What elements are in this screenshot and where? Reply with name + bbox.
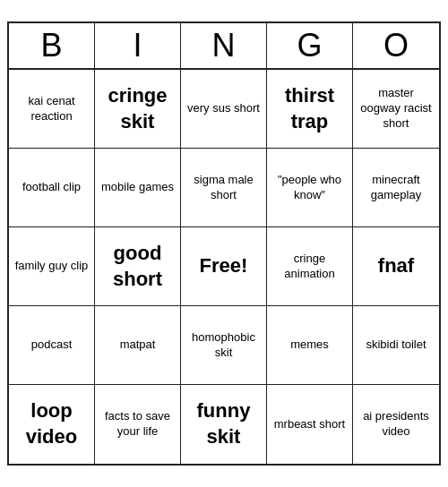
bingo-cell-9: minecraft gameplay (353, 149, 439, 227)
bingo-cell-10: family guy clip (9, 227, 95, 306)
bingo-letter-i: I (95, 23, 181, 68)
bingo-cell-3: thirst trap (267, 70, 353, 149)
bingo-cell-7: sigma male short (181, 149, 267, 227)
bingo-cell-14: fnaf (353, 227, 439, 306)
bingo-cell-15: podcast (9, 306, 95, 385)
bingo-cell-12: Free! (181, 227, 267, 306)
bingo-cell-5: football clip (9, 149, 95, 227)
bingo-cell-20: loop video (9, 385, 95, 464)
bingo-cell-23: mrbeast short (267, 385, 353, 464)
bingo-cell-4: master oogway racist short (353, 70, 439, 149)
bingo-grid: kai cenat reactioncringe skitvery sus sh… (9, 70, 439, 464)
bingo-cell-18: memes (267, 306, 353, 385)
bingo-cell-8: "people who know" (267, 149, 353, 227)
bingo-cell-2: very sus short (181, 70, 267, 149)
bingo-cell-16: matpat (95, 306, 181, 385)
bingo-letter-o: O (353, 23, 439, 68)
bingo-cell-17: homophobic skit (181, 306, 267, 385)
bingo-cell-6: mobile games (95, 149, 181, 227)
bingo-cell-13: cringe animation (267, 227, 353, 306)
bingo-cell-1: cringe skit (95, 70, 181, 149)
bingo-card: BINGO kai cenat reactioncringe skitvery … (7, 21, 441, 466)
bingo-cell-0: kai cenat reaction (9, 70, 95, 149)
bingo-cell-24: ai presidents video (353, 385, 439, 464)
bingo-cell-11: good short (95, 227, 181, 306)
bingo-letter-n: N (181, 23, 267, 68)
bingo-letter-g: G (267, 23, 353, 68)
bingo-letter-b: B (9, 23, 95, 68)
bingo-cell-21: facts to save your life (95, 385, 181, 464)
bingo-header: BINGO (9, 23, 439, 70)
bingo-cell-22: funny skit (181, 385, 267, 464)
bingo-cell-19: skibidi toilet (353, 306, 439, 385)
